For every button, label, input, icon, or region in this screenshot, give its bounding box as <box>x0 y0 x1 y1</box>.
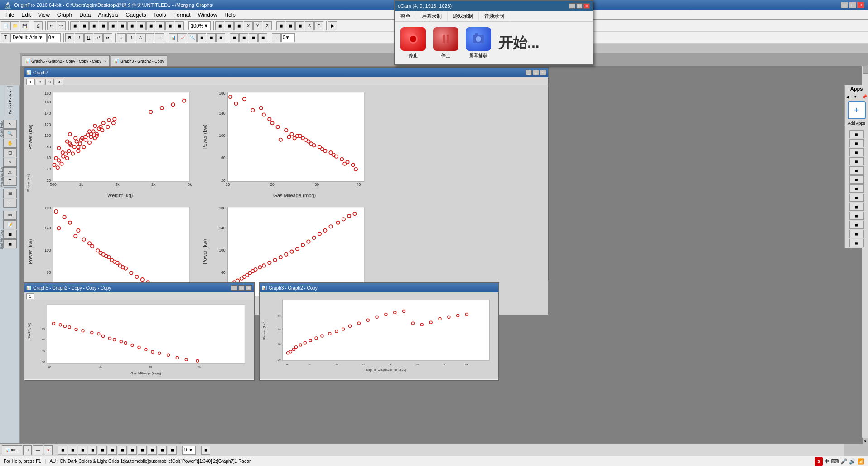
rv-btn2[interactable]: ◼ <box>849 139 864 147</box>
menu-edit[interactable]: Edit <box>18 11 34 19</box>
tb2-btn4[interactable]: x² <box>94 33 103 42</box>
menu-format[interactable]: Format <box>170 11 194 19</box>
lt-text[interactable]: T <box>3 177 17 186</box>
bstrip-btn9[interactable]: ◼ <box>138 446 147 455</box>
graph3-tab[interactable]: 📊 Graph3 - Graph2 - Copy <box>111 55 167 66</box>
menu-file[interactable]: File <box>2 11 18 19</box>
font-size-input[interactable]: 0 ▼ <box>47 33 61 42</box>
bstrip-btn3[interactable]: ◼ <box>78 446 87 455</box>
taskbar-volume-icon[interactable]: 🔊 <box>849 458 856 465</box>
tb-redo[interactable]: ↪ <box>57 21 66 30</box>
tb-btn22[interactable]: ◼ <box>295 21 304 30</box>
tb-btn25[interactable]: ▶ <box>328 21 337 30</box>
lt-pan[interactable]: ✋ <box>3 139 17 148</box>
graph7-minimize[interactable]: _ <box>526 70 532 75</box>
tb-btn7[interactable]: ◼ <box>108 21 117 30</box>
graph5-max[interactable]: □ <box>238 285 245 291</box>
ocam-menu-item-game[interactable]: 游戏录制 <box>448 12 479 20</box>
taskbar-network-icon[interactable]: 📶 <box>858 458 864 465</box>
bstrip-btn2[interactable]: ◼ <box>68 446 77 455</box>
tb-print[interactable]: 🖨 <box>34 21 43 30</box>
tb2-chart2[interactable]: 📈 <box>178 33 187 42</box>
ocam-record-button[interactable]: 停止 <box>400 27 426 59</box>
tb-new[interactable]: 📄 <box>1 21 10 30</box>
tb2-italic[interactable]: I <box>75 33 84 42</box>
menu-view[interactable]: View <box>34 11 53 19</box>
tb2-chart4[interactable]: ◼ <box>197 33 206 42</box>
rv-btn12[interactable]: ◼ <box>849 230 864 238</box>
ocam-capture-button[interactable]: 屏幕捕获 <box>466 27 491 59</box>
tb2-btn7[interactable]: ◼ <box>216 33 225 42</box>
tb2-btn10[interactable]: ◼ <box>249 33 258 42</box>
menu-graph[interactable]: Graph <box>53 11 76 19</box>
tb-btn11[interactable]: ◼ <box>146 21 155 30</box>
bstrip-btn8[interactable]: ◼ <box>128 446 137 455</box>
tb2-A[interactable]: A <box>136 33 145 42</box>
rv-btn3[interactable]: ◼ <box>849 148 864 156</box>
ocam-menu-item-menu[interactable]: 菜单 <box>395 12 416 20</box>
lt-log[interactable]: ◼ <box>3 239 17 248</box>
bstrip-btn13[interactable]: ◼ <box>201 446 210 455</box>
lt-draw3[interactable]: △ <box>3 167 17 176</box>
rv-btn11[interactable]: ◼ <box>849 221 864 229</box>
tb-btn4[interactable]: ◼ <box>80 21 89 30</box>
graph5-tab[interactable]: 📊 Graph5 - Graph2 - Copy - Copy - Copy × <box>22 55 110 66</box>
bottom-item-minimize[interactable]: — <box>33 445 43 455</box>
graph7-maximize[interactable]: □ <box>533 70 539 75</box>
tb2-arrows[interactable]: → <box>155 33 164 42</box>
tb-btn18[interactable]: Y <box>253 21 262 30</box>
bottom-num-input[interactable]: 10▼ <box>182 446 196 455</box>
tb2-btn11[interactable]: ◼ <box>258 33 267 42</box>
tb-btn23[interactable]: S <box>305 21 314 30</box>
lt-draw2[interactable]: ○ <box>3 158 17 167</box>
lt-results[interactable]: ◼ <box>3 230 17 239</box>
tb2-btn5[interactable]: x₂ <box>103 33 112 42</box>
tb2-line-width[interactable]: 0▼ <box>281 33 295 42</box>
maximize-button[interactable]: □ <box>849 2 856 8</box>
rv-btn7[interactable]: ◼ <box>849 184 864 193</box>
tb2-btn6[interactable]: ◼ <box>207 33 216 42</box>
lt-zoom[interactable]: 🔍 <box>3 129 17 138</box>
rv-btn8[interactable]: ◼ <box>849 194 864 202</box>
tb2-alpha[interactable]: α <box>117 33 126 42</box>
zoom-input[interactable]: 100% ▼ <box>188 21 211 30</box>
graph5-tab-close[interactable]: × <box>104 59 106 63</box>
graph7-tab1[interactable]: 1 <box>26 79 35 85</box>
rv-btn1[interactable]: ◼ <box>849 130 864 138</box>
tb-btn9[interactable]: ◼ <box>127 21 136 30</box>
taskbar-ime-icon[interactable]: 中 <box>825 458 829 465</box>
rv-btn5[interactable]: ◼ <box>849 166 864 175</box>
add-apps-btn[interactable]: + <box>848 101 866 119</box>
tb-btn24[interactable]: G <box>314 21 323 30</box>
graph7-tab2[interactable]: 2 <box>36 79 44 85</box>
menu-data[interactable]: Data <box>76 11 94 19</box>
lt-messages[interactable]: ✉ <box>3 211 17 220</box>
lt-draw1[interactable]: ◻ <box>3 148 17 157</box>
apps-arrow-left[interactable]: ◀ <box>846 94 849 99</box>
scroll-down-arrow[interactable]: ▼ <box>862 438 868 444</box>
ocam-minimize[interactable]: _ <box>569 3 575 9</box>
lt-scale[interactable]: ⊞ <box>3 189 17 198</box>
tb-btn5[interactable]: ◼ <box>89 21 98 30</box>
tb-save[interactable]: 💾 <box>20 21 29 30</box>
tb-undo[interactable]: ↩ <box>47 21 56 30</box>
bstrip-btn11[interactable]: ◼ <box>158 446 167 455</box>
tb-btn19[interactable]: Z <box>263 21 272 30</box>
graph7-tab4[interactable]: 4 <box>55 79 63 85</box>
tb-btn13[interactable]: ◼ <box>165 21 174 30</box>
tb2-btn8[interactable]: ◼ <box>230 33 239 42</box>
menu-tools[interactable]: Tools <box>150 11 170 19</box>
rv-btn10[interactable]: ◼ <box>849 212 864 220</box>
taskbar-keyboard-icon[interactable]: ⌨ <box>831 458 839 465</box>
project-explorer-tab[interactable]: Project Explorer <box>7 86 13 116</box>
tb-open[interactable]: 📁 <box>10 21 19 30</box>
tb-btn17[interactable]: X <box>244 21 253 30</box>
tb-copy-page[interactable]: ◼ <box>215 21 224 30</box>
tb2-chart3[interactable]: 📉 <box>188 33 197 42</box>
tb-btn15[interactable]: ◼ <box>225 21 234 30</box>
tb2-beta[interactable]: β <box>126 33 135 42</box>
tb2-chart1[interactable]: 📊 <box>169 33 178 42</box>
ocam-pause-button[interactable]: 停止 <box>433 27 458 59</box>
menu-window[interactable]: Window <box>194 11 221 19</box>
graph5-min[interactable]: _ <box>231 285 237 291</box>
